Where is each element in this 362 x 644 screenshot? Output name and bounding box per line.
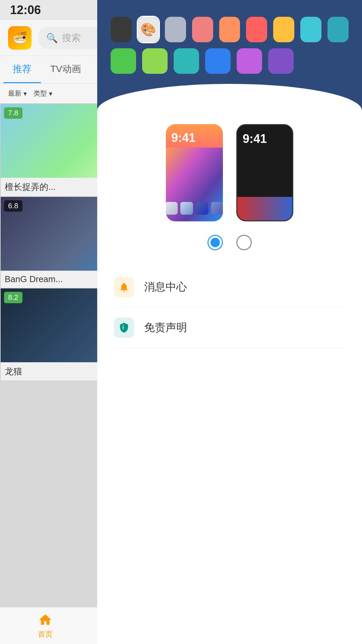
score-badge-1: 7.8 <box>4 107 22 119</box>
phone-preview-dark[interactable]: 9:41 <box>236 124 293 221</box>
color-swatch-yellow[interactable] <box>273 17 294 42</box>
menu-label-notifications: 消息中心 <box>144 280 187 294</box>
color-swatch-gray[interactable] <box>165 17 186 42</box>
disclaimer-icon <box>114 318 134 338</box>
status-time: 12:06 <box>10 3 41 17</box>
phone-app-icon-3 <box>196 202 208 215</box>
color-swatch-pink[interactable] <box>192 17 213 42</box>
settings-overlay: 🎨 <box>97 0 362 644</box>
phone-icons-light <box>166 202 223 215</box>
score-badge-3: 6.8 <box>4 200 22 212</box>
search-icon: 🔍 <box>46 33 58 44</box>
color-row-2 <box>111 48 349 84</box>
color-swatch-blue[interactable] <box>205 48 231 74</box>
color-swatch-purple[interactable] <box>268 48 294 74</box>
menu-label-disclaimer: 免责声明 <box>144 320 187 335</box>
content-area: 9:41 9:41 <box>97 111 362 644</box>
phone-mockups: 9:41 9:41 <box>114 124 345 221</box>
score-badge-5: 8.2 <box>4 292 22 303</box>
theme-color-section: 🎨 <box>97 0 362 84</box>
phone-app-icon-4 <box>211 202 223 215</box>
radio-dark[interactable] <box>236 235 252 250</box>
phone-app-icon-1 <box>166 202 178 215</box>
color-swatch-teal[interactable] <box>327 17 349 42</box>
phone-wallpaper-light <box>166 148 223 221</box>
app-logo: 🍜 <box>8 26 32 50</box>
color-swatch-cyan-light[interactable] <box>300 17 321 42</box>
filter-type[interactable]: 类型 ▾ <box>34 89 52 98</box>
phone-wallpaper-dark <box>237 149 292 220</box>
menu-item-disclaimer[interactable]: 免责声明 <box>114 308 345 348</box>
wave-separator <box>97 84 362 111</box>
tab-recommend[interactable]: 推荐 <box>3 56 41 83</box>
phone-time-dark: 9:41 <box>237 125 292 149</box>
color-swatch-green[interactable] <box>111 48 136 74</box>
color-swatch-orange-light[interactable] <box>219 17 240 42</box>
filter-latest[interactable]: 最新 ▾ <box>8 89 27 98</box>
menu-item-notifications[interactable]: 消息中心 <box>114 267 345 308</box>
color-swatch-red[interactable] <box>246 17 267 42</box>
phone-time-light: 9:41 <box>166 124 223 148</box>
color-swatch-lime[interactable] <box>142 48 168 74</box>
phone-preview-light[interactable]: 9:41 <box>166 124 223 221</box>
color-swatch-palette[interactable]: 🎨 <box>138 17 159 42</box>
radio-light-selected[interactable] <box>207 235 223 250</box>
notification-icon <box>114 277 134 297</box>
color-swatch-cyan[interactable] <box>174 48 199 74</box>
search-placeholder-text: 搜索 <box>62 32 81 44</box>
dark-color-bar <box>237 197 292 220</box>
tab-tv[interactable]: TV动画 <box>41 56 90 83</box>
radio-row <box>114 235 345 250</box>
phone-app-icon-2 <box>180 202 193 215</box>
color-grid: 🎨 <box>111 17 349 84</box>
color-swatch-purple-light[interactable] <box>237 48 262 74</box>
color-row-1: 🎨 <box>111 17 349 42</box>
nav-home[interactable]: 首页 <box>0 607 90 644</box>
color-swatch-dark[interactable] <box>111 17 132 42</box>
